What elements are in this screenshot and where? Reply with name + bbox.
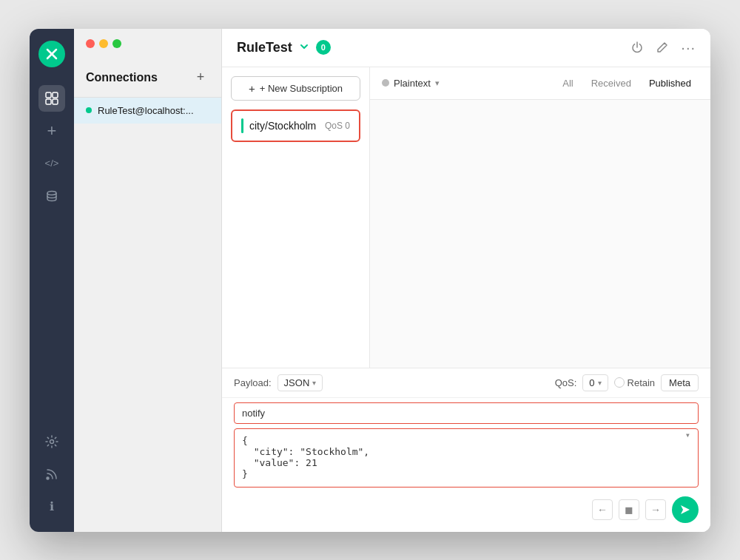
qos-value: 0: [589, 377, 594, 388]
svg-rect-4: [46, 99, 51, 104]
nav-back-button[interactable]: ←: [592, 499, 613, 520]
close-button[interactable]: [86, 39, 95, 48]
sidebar-item-info[interactable]: ℹ: [38, 493, 65, 520]
send-button[interactable]: [672, 496, 699, 523]
new-subscription-plus-icon: +: [249, 82, 255, 95]
svg-rect-3: [53, 92, 58, 98]
message-toolbar: Plaintext ▾ All Received Published: [370, 67, 710, 100]
compose-payload-row: { "city": "Stockholm", "value": 21 } ▾: [222, 428, 710, 493]
subscription-topic: city/Stockholm: [249, 120, 316, 132]
message-area: [370, 100, 710, 368]
plaintext-chevron-icon: ▾: [435, 78, 440, 88]
traffic-lights: [74, 29, 221, 55]
maximize-button[interactable]: [112, 39, 121, 48]
sidebar-item-rss[interactable]: [38, 461, 65, 488]
topbar-chevron-icon[interactable]: [298, 41, 310, 55]
subscriptions-panel: + + New Subscription city/Stockholm QoS …: [222, 67, 370, 368]
compose-topic-row: [222, 398, 710, 428]
compose-right: QoS: 0 ▾ Retain Meta: [555, 374, 699, 391]
message-panel: Plaintext ▾ All Received Published: [370, 67, 710, 368]
add-connection-button[interactable]: +: [192, 69, 209, 87]
filter-tab-published[interactable]: Published: [642, 75, 699, 92]
filter-tab-received[interactable]: Received: [584, 75, 639, 92]
more-options-button[interactable]: ···: [681, 39, 696, 56]
compose-actions: ← ◼ →: [222, 493, 710, 532]
connection-status-dot: [86, 107, 92, 113]
payload-format-value: JSON: [284, 377, 310, 388]
retain-label: Retain: [628, 377, 656, 388]
qos-select[interactable]: 0 ▾: [582, 374, 608, 391]
compose-area: Payload: JSON ▾ QoS: 0 ▾ Retain Meta: [222, 368, 710, 532]
sidebar-item-code[interactable]: </>: [38, 150, 65, 177]
payload-label: Payload:: [234, 377, 272, 388]
connection-item[interactable]: RuleTest@localhost:...: [74, 98, 221, 124]
svg-point-8: [47, 477, 49, 479]
edit-button[interactable]: [656, 41, 669, 54]
middle-area: + + New Subscription city/Stockholm QoS …: [222, 67, 710, 368]
new-subscription-label: + New Subscription: [260, 83, 343, 94]
plaintext-label: Plaintext: [394, 78, 431, 89]
topbar: RuleTest 0 ···: [222, 29, 710, 67]
subscription-indicator: [241, 118, 243, 133]
payload-format-chevron-icon: ▾: [312, 379, 316, 387]
topbar-actions: ···: [630, 39, 696, 56]
payload-editor[interactable]: { "city": "Stockholm", "value": 21 } ▾: [234, 428, 699, 488]
main-content: RuleTest 0 ···: [222, 29, 710, 532]
topbar-title: RuleTest: [237, 40, 292, 55]
minimize-button[interactable]: [99, 39, 108, 48]
subscription-item-left: city/Stockholm: [241, 118, 316, 133]
sidebar-item-settings[interactable]: [38, 428, 65, 455]
sidebar-logo[interactable]: [38, 41, 65, 67]
svg-rect-2: [46, 92, 51, 98]
filter-tab-all[interactable]: All: [555, 75, 580, 92]
svg-point-7: [50, 439, 54, 443]
new-subscription-button[interactable]: + + New Subscription: [231, 76, 360, 101]
connections-header: Connections +: [74, 55, 221, 98]
svg-rect-5: [53, 99, 58, 104]
sidebar-item-add[interactable]: +: [38, 118, 65, 144]
subscription-item[interactable]: city/Stockholm QoS 0: [231, 109, 360, 142]
connections-panel: Connections + RuleTest@localhost:...: [74, 29, 222, 532]
sidebar-item-database[interactable]: [38, 183, 65, 209]
sidebar-item-connections[interactable]: [38, 85, 65, 112]
topic-input[interactable]: [234, 402, 699, 424]
payload-expand-icon[interactable]: ▾: [685, 430, 690, 440]
qos-chevron-icon: ▾: [598, 379, 602, 387]
meta-button[interactable]: Meta: [661, 374, 699, 391]
connections-title: Connections: [86, 71, 158, 84]
qos-label: QoS:: [555, 377, 577, 388]
compose-toolbar: Payload: JSON ▾ QoS: 0 ▾ Retain Meta: [222, 368, 710, 398]
nav-stop-button[interactable]: ◼: [619, 499, 639, 520]
plaintext-dot-icon: [382, 79, 389, 87]
retain-button[interactable]: Retain: [614, 377, 656, 388]
payload-format-select[interactable]: JSON ▾: [278, 374, 323, 391]
message-filter-tabs: All Received Published: [555, 75, 699, 92]
power-button[interactable]: [630, 41, 644, 54]
subscription-qos: QoS 0: [325, 121, 350, 131]
connection-label: RuleTest@localhost:...: [98, 105, 194, 116]
svg-point-6: [47, 191, 56, 195]
retain-circle-icon: [614, 377, 625, 388]
sidebar: + </> ℹ: [30, 29, 74, 532]
topbar-badge: 0: [316, 40, 331, 55]
nav-forward-button[interactable]: →: [645, 499, 666, 520]
plaintext-selector[interactable]: Plaintext ▾: [382, 78, 440, 89]
